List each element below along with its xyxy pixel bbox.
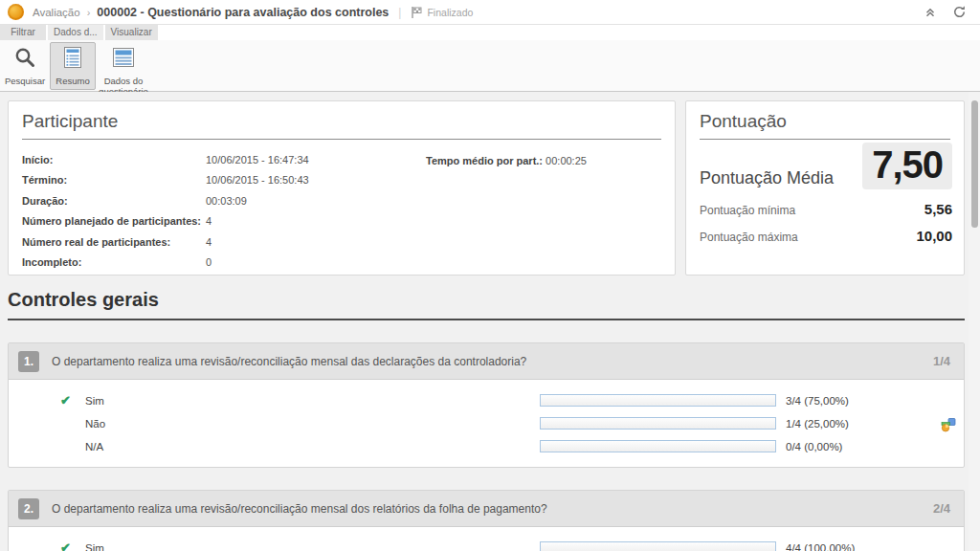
answer-label: Não [85, 418, 105, 430]
field-label: Início: [22, 154, 206, 165]
search-icon [13, 46, 36, 73]
field-value: 10/06/2015 - 16:47:34 [206, 154, 309, 165]
avg-time-field: Tempo médio por part.: 00:00:25 [426, 155, 587, 166]
refresh-icon[interactable] [952, 5, 967, 19]
answer-row: ✔ Não 1/4 (25,00%) [9, 413, 964, 436]
participant-panel-title: Participante [22, 101, 661, 140]
max-score-value: 10,00 [916, 228, 952, 244]
breadcrumb-separator: › [87, 7, 91, 18]
field-label: Número planejado de participantes: [22, 215, 206, 227]
avg-time-label: Tempo médio por part.: [426, 155, 543, 166]
tab-filtrar[interactable]: Filtrar [0, 25, 46, 40]
question-header: 2. O departamento realiza uma revisão/re… [9, 491, 964, 527]
question-counter: 2/4 [933, 501, 950, 516]
questionnaire-data-icon [112, 46, 135, 73]
question-card-1: 1. O departamento realiza uma revisão/re… [8, 342, 965, 468]
answer-bar [540, 417, 776, 430]
section-title: Controles gerais [8, 289, 965, 311]
field-value: 10/06/2015 - 16:50:43 [206, 174, 309, 186]
field-label: Incompleto: [22, 256, 206, 268]
answer-result: 1/4 (25,00%) [786, 418, 849, 430]
answer-result: 4/4 (100,00%) [786, 542, 855, 551]
page-title: 000002 - Questionário para avaliação dos… [97, 6, 389, 19]
top-bar: Avaliação › 000002 - Questionário para a… [0, 0, 980, 25]
score-panel-title: Pontuação [700, 101, 950, 140]
ribbon-tabstrip: Filtrar Dados d... Visualizar [0, 25, 980, 40]
participant-row: Número real de participantes:4 [22, 231, 661, 253]
min-score-label: Pontuação mínima [700, 204, 795, 217]
title-divider: | [398, 6, 401, 19]
summary-button-label: Resumo [56, 76, 89, 86]
average-score-value: 7,50 [862, 143, 952, 189]
participant-row: Incompleto:0 [22, 253, 661, 274]
answer-label: Sim [85, 395, 104, 407]
field-value: 00:03:09 [206, 195, 247, 207]
max-score-row: Pontuação máxima 10,00 [700, 228, 952, 244]
field-value: 0 [206, 256, 212, 268]
answer-bar [540, 541, 776, 551]
min-score-value: 5,56 [924, 201, 952, 217]
search-button[interactable]: Pesquisar [2, 42, 48, 90]
summary-button[interactable]: Resumo [50, 42, 96, 90]
participant-row: Número planejado de participantes:4 [22, 211, 661, 232]
question-text: O departamento realiza uma revisão/recon… [52, 502, 547, 516]
chart-icon[interactable] [940, 416, 957, 433]
field-value: 4 [206, 236, 212, 248]
participant-panel: Participante Início:10/06/2015 - 16:47:3… [8, 100, 676, 276]
average-score-label: Pontuação Média [700, 168, 834, 188]
question-text: O departamento realiza uma revisão/recon… [52, 355, 526, 368]
app-logo-icon [8, 4, 24, 20]
status-badge: Finalizado [427, 7, 473, 18]
min-score-row: Pontuação mínima 5,56 [700, 201, 952, 217]
question-counter: 1/4 [933, 354, 950, 368]
check-icon: ✔ [60, 540, 71, 551]
tab-dados[interactable]: Dados d... [48, 25, 103, 40]
answer-row: ✔ Sim 4/4 (100,00%) [9, 538, 964, 551]
field-value: 4 [206, 215, 212, 227]
avg-time-value: 00:00:25 [546, 155, 587, 166]
max-score-label: Pontuação máxima [700, 231, 798, 244]
answer-result: 0/4 (0,00%) [786, 441, 842, 452]
vertical-scrollbar[interactable] [969, 92, 980, 551]
answer-label: Sim [85, 542, 104, 551]
question-header: 1. O departamento realiza uma revisão/re… [9, 343, 964, 380]
field-label: Número real de participantes: [22, 236, 206, 248]
ribbon-toolbar: Filtrar Dados d... Visualizar Pesquisar [0, 25, 980, 92]
field-label: Término: [22, 174, 206, 186]
collapse-icon[interactable] [924, 6, 937, 19]
section-header: Controles gerais [8, 289, 965, 320]
section-divider [8, 319, 965, 320]
scrollbar-thumb[interactable] [971, 100, 978, 228]
ribbon-buttons: Pesquisar Resumo [0, 40, 980, 91]
question-number-badge: 1. [18, 351, 39, 372]
question-card-2: 2. O departamento realiza uma revisão/re… [8, 490, 965, 551]
questionnaire-data-button[interactable]: Dados do questionário [98, 42, 149, 98]
check-icon: ✔ [60, 393, 71, 408]
field-label: Duração: [22, 195, 206, 207]
search-button-label: Pesquisar [5, 76, 45, 86]
answer-label: N/A [85, 441, 103, 452]
breadcrumb[interactable]: Avaliação [33, 7, 80, 18]
participant-row: Duração:00:03:09 [22, 190, 661, 211]
question-number-badge: 2. [18, 498, 39, 519]
finish-flag-icon [411, 6, 423, 19]
summary-icon [63, 46, 82, 73]
answer-bar [540, 394, 776, 407]
main-content: Participante Início:10/06/2015 - 16:47:3… [0, 92, 980, 551]
tab-visualizar[interactable]: Visualizar [105, 25, 158, 40]
answer-bar [540, 440, 776, 452]
score-panel: Pontuação 7,50 Pontuação Média Pontuação… [685, 100, 965, 276]
answer-row: ✔ N/A 0/4 (0,00%) [9, 436, 964, 459]
answer-result: 3/4 (75,00%) [786, 395, 849, 407]
answer-row: ✔ Sim 3/4 (75,00%) [9, 390, 964, 413]
participant-row: Término:10/06/2015 - 16:50:43 [22, 170, 661, 191]
